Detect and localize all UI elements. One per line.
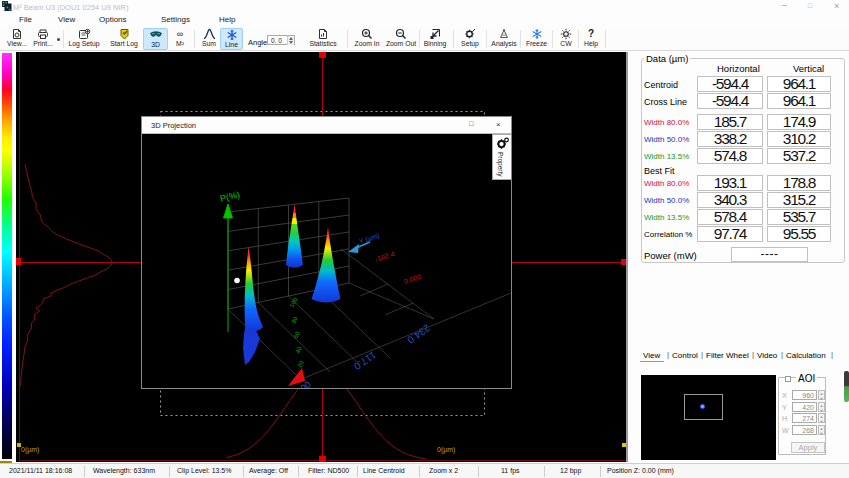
svg-text:-102.4: -102.4 <box>374 250 395 263</box>
svg-text:P(%): P(%) <box>219 189 241 204</box>
svg-text:60: 60 <box>293 330 302 339</box>
svg-text:0(µm): 0(µm) <box>21 446 39 454</box>
svg-text:40: 40 <box>295 345 304 354</box>
svg-text:234.0: 234.0 <box>405 322 432 346</box>
svg-text:0(µm): 0(µm) <box>437 446 455 454</box>
svg-text:20: 20 <box>297 359 306 368</box>
svg-text:100: 100 <box>289 296 299 308</box>
svg-text:0.000: 0.000 <box>403 273 422 285</box>
svg-text:80: 80 <box>291 315 300 324</box>
svg-text:Y (µm): Y (µm) <box>358 232 380 246</box>
